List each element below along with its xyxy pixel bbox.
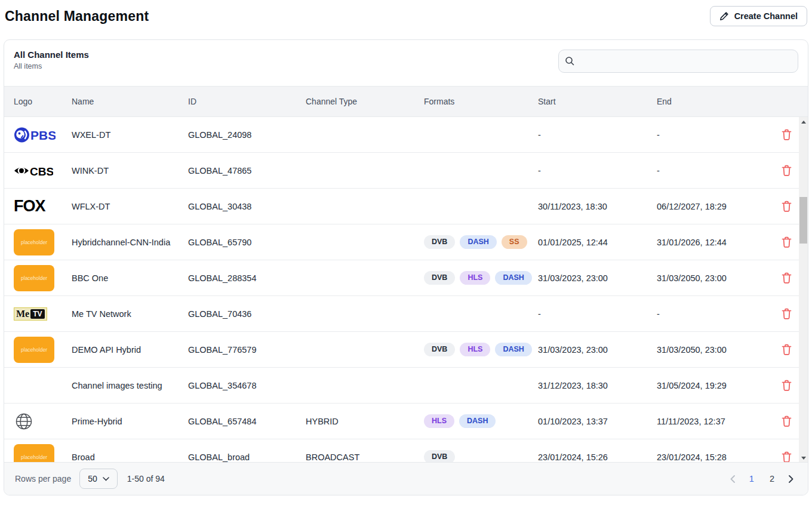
cell-id: GLOBAL_776579	[179, 345, 296, 355]
cell-start: -	[528, 166, 647, 175]
table-row[interactable]: placeholderBroadGLOBAL_broadBROADCASTDVB…	[4, 439, 799, 463]
cell-formats: DVBHLSDASH	[414, 271, 528, 285]
page-title: Channel Management	[5, 6, 149, 24]
search-icon	[565, 56, 575, 69]
cell-id: GLOBAL_broad	[179, 452, 296, 462]
delete-channel-button[interactable]	[779, 162, 794, 178]
table-row[interactable]: PBSWXEL-DTGLOBAL_24098--	[4, 117, 799, 153]
delete-channel-button[interactable]	[779, 413, 794, 429]
vertical-scrollbar[interactable]	[799, 117, 808, 463]
column-header-id: ID	[179, 97, 296, 106]
table-row[interactable]: Prime-HybridGLOBAL_657484HYBRIDHLSDASH01…	[4, 404, 799, 439]
cell-channel-type: BROADCAST	[296, 452, 414, 462]
placeholder-logo-label: placeholder	[21, 454, 47, 460]
cell-end: -	[647, 166, 771, 175]
delete-channel-button[interactable]	[779, 449, 794, 463]
cell-name: Hybridchannel-CNN-India	[62, 238, 179, 247]
table-row[interactable]: FOXWFLX-DTGLOBAL_3043830/11/2023, 18:300…	[4, 189, 799, 224]
delete-channel-button[interactable]	[779, 270, 794, 286]
cell-logo: MeTV	[4, 307, 62, 321]
delete-channel-button[interactable]	[779, 127, 794, 143]
cell-logo: PBS	[4, 127, 62, 143]
cell-start: 23/01/2024, 15:26	[528, 452, 647, 462]
cell-start: -	[528, 130, 647, 140]
next-page-icon[interactable]	[785, 473, 797, 485]
cell-actions	[771, 377, 799, 393]
cell-start: 01/01/2025, 12:44	[528, 238, 647, 247]
cell-actions	[771, 198, 799, 214]
cell-end: -	[647, 309, 771, 319]
page-button-2[interactable]: 2	[765, 472, 779, 486]
cell-channel-type: HYBRID	[296, 417, 414, 426]
cell-name: WINK-DT	[62, 166, 179, 175]
create-channel-button[interactable]: Create Channel	[710, 6, 807, 26]
table-row[interactable]: MeTVMe TV NetworkGLOBAL_70436--	[4, 296, 799, 332]
cell-logo: FOX	[4, 197, 62, 215]
cell-start: 30/11/2023, 18:30	[528, 202, 647, 211]
table-row[interactable]: placeholderHybridchannel-CNN-IndiaGLOBAL…	[4, 224, 799, 260]
cell-name: WFLX-DT	[62, 202, 179, 211]
metv-logo: MeTV	[14, 307, 47, 321]
table-row[interactable]: placeholderDEMO API HybridGLOBAL_776579D…	[4, 332, 799, 368]
scrollbar-thumb[interactable]	[799, 197, 807, 244]
format-badge-dvb: DVB	[424, 450, 455, 463]
pagination-range-text: 1-50 of 94	[127, 474, 165, 484]
placeholder-logo: placeholder	[14, 444, 54, 464]
cell-end: 31/05/2024, 19:29	[647, 381, 771, 390]
panel-title: All Channel Items	[14, 50, 89, 60]
format-badge-hls: HLS	[424, 414, 454, 428]
table-row[interactable]: placeholderBBC OneGLOBAL_288354DVBHLSDAS…	[4, 260, 799, 296]
delete-channel-button[interactable]	[779, 306, 794, 322]
rows-per-page-select[interactable]: 50	[79, 469, 118, 489]
cell-id: GLOBAL_70436	[179, 309, 296, 319]
scroll-up-arrow-icon[interactable]	[799, 118, 808, 127]
format-badge-hls: HLS	[460, 271, 490, 285]
chevron-down-icon	[103, 477, 109, 481]
cbs-logo: CBS	[14, 164, 53, 178]
globe-logo	[14, 411, 34, 432]
cell-id: GLOBAL_24098	[179, 130, 296, 140]
pbs-logo: PBS	[14, 127, 56, 143]
column-header-name: Name	[62, 97, 179, 106]
format-badge-dvb: DVB	[424, 271, 455, 285]
top-bar: Channel Management Create Channel	[0, 0, 812, 36]
pager: 1 2	[727, 472, 797, 486]
cell-id: GLOBAL_30438	[179, 202, 296, 211]
channel-image-logo	[14, 371, 36, 401]
cell-start: 31/12/2023, 18:30	[528, 381, 647, 390]
cell-name: Me TV Network	[62, 309, 179, 319]
format-badge-dash: DASH	[495, 343, 531, 356]
placeholder-logo-label: placeholder	[21, 239, 47, 245]
rows-per-page-label: Rows per page	[15, 474, 71, 484]
delete-channel-button[interactable]	[779, 234, 794, 250]
cell-formats: HLSDASH	[414, 414, 528, 428]
cell-end: 23/01/2024, 15:28	[647, 452, 771, 462]
page-button-1[interactable]: 1	[745, 472, 759, 486]
delete-channel-button[interactable]	[779, 377, 794, 393]
previous-page-icon[interactable]	[727, 473, 739, 485]
cell-formats: DVB	[414, 450, 528, 463]
metv-logo-tv-text: TV	[30, 309, 44, 319]
cell-logo: placeholder	[4, 229, 62, 255]
cell-name: Channel images testing	[62, 381, 179, 390]
svg-text:CBS: CBS	[30, 165, 53, 177]
table-row[interactable]: CBSWINK-DTGLOBAL_47865--	[4, 153, 799, 189]
cell-actions	[771, 449, 799, 463]
table-header-row: LogoNameIDChannel TypeFormatsStartEnd	[4, 86, 808, 117]
cell-start: 31/03/2023, 23:00	[528, 273, 647, 283]
format-badge-dash: DASH	[495, 271, 531, 285]
cell-actions	[771, 127, 799, 143]
delete-channel-button[interactable]	[779, 341, 794, 358]
column-header-logo: Logo	[4, 97, 62, 106]
search-input[interactable]	[558, 50, 798, 73]
cell-id: GLOBAL_657484	[179, 417, 296, 426]
delete-channel-button[interactable]	[779, 198, 794, 214]
cell-end: -	[647, 130, 771, 140]
column-header-start: Start	[528, 97, 647, 106]
cell-end: 31/03/2050, 23:00	[647, 345, 771, 355]
table-row[interactable]: Channel images testingGLOBAL_35467831/12…	[4, 368, 799, 404]
scroll-down-arrow-icon[interactable]	[799, 454, 808, 463]
cell-name: BBC One	[62, 273, 179, 283]
pencil-icon	[719, 11, 729, 21]
card-header: All Channel Items All items	[4, 40, 808, 86]
